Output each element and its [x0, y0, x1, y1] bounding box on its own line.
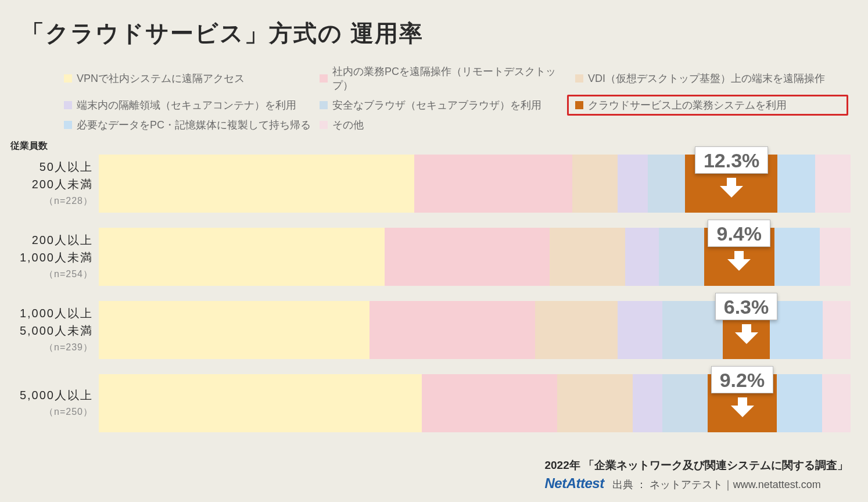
bar-segment — [557, 374, 632, 432]
value-callout: 6.3% — [715, 293, 778, 320]
value-callout: 9.4% — [708, 220, 770, 247]
bar-segment — [572, 155, 618, 213]
sample-size: （n=239） — [0, 339, 93, 356]
bar-segment — [823, 301, 851, 359]
category-label: 200人以上1,000人未満（n=254） — [0, 228, 99, 286]
bar-segment — [422, 374, 557, 432]
bar-segment — [99, 155, 414, 213]
legend-item: VPNで社内システムに遠隔アクセス — [64, 64, 320, 92]
bar-segment — [385, 228, 550, 286]
bar-segment — [662, 301, 723, 359]
bar-segment — [99, 374, 422, 432]
legend-item: その他 — [320, 118, 575, 132]
sample-size: （n=228） — [0, 193, 93, 210]
legend-swatch — [64, 74, 72, 83]
bar-segment — [414, 155, 572, 213]
bar-segment — [774, 228, 820, 286]
bar-segment — [550, 228, 625, 286]
source-credit: 出典 ： ネットアテスト｜www.netattest.com — [612, 478, 821, 492]
arrow-down-icon — [731, 397, 754, 417]
legend-label: VDI（仮想デスクトップ基盤）上の端末を遠隔操作 — [588, 71, 825, 85]
category-label: 50人以上200人未満（n=228） — [0, 155, 99, 213]
legend-swatch — [64, 121, 72, 129]
stacked-bar-chart: 50人以上200人未満（n=228）12.3%200人以上1,000人未満（n=… — [0, 155, 868, 432]
bar-segment — [770, 301, 823, 359]
bar-segment — [822, 374, 851, 432]
legend-label: 必要なデータをPC・記憶媒体に複製して持ち帰る — [77, 118, 311, 132]
footer: 2022年 「企業ネットワーク及び関連システムに関する調査」 NetAttest… — [544, 458, 848, 492]
bar-row: 50人以上200人未満（n=228）12.3% — [0, 155, 868, 213]
bar-segment — [99, 228, 385, 286]
bar-row: 1,000人以上5,000人未満（n=239）6.3% — [0, 301, 868, 359]
legend-label: クラウドサービス上の業務システムを利用 — [588, 98, 787, 112]
legend-label: VPNで社内システムに遠隔アクセス — [77, 71, 245, 85]
category-label: 1,000人以上5,000人未満（n=239） — [0, 301, 99, 359]
bar-segment — [99, 301, 370, 359]
legend-item: クラウドサービス上の業務システムを利用 — [575, 98, 831, 112]
bar-segment — [659, 228, 704, 286]
arrow-down-icon — [735, 324, 758, 344]
legend-swatch — [320, 74, 328, 83]
bar-segment — [625, 228, 659, 286]
legend-item: 安全なブラウザ（セキュアブラウザ）を利用 — [320, 98, 575, 112]
bar-segment — [815, 155, 851, 213]
bar-row: 5,000人以上（n=250）9.2% — [0, 374, 868, 432]
legend-item: 社内の業務PCを遠隔操作（リモートデスクトップ） — [320, 64, 575, 92]
value-callout: 9.2% — [711, 366, 774, 393]
legend-item: 端末内の隔離領域（セキュアコンテナ）を利用 — [64, 98, 320, 112]
legend-swatch — [320, 101, 328, 109]
sample-size: （n=250） — [0, 404, 93, 421]
bar-segment — [820, 228, 851, 286]
category-label: 5,000人以上（n=250） — [0, 374, 99, 432]
arrow-down-icon — [720, 178, 743, 198]
bar-segment — [618, 155, 648, 213]
chart-title: 「クラウドサービス」方式の 運用率 — [0, 0, 868, 49]
bar-segment — [535, 301, 618, 359]
bar-segment — [648, 155, 686, 213]
legend-label: その他 — [332, 118, 364, 132]
bar-segment — [777, 155, 815, 213]
legend-swatch — [575, 101, 583, 109]
bar-segment — [633, 374, 663, 432]
bar-segment — [777, 374, 822, 432]
legend-swatch — [320, 121, 328, 129]
legend-item: VDI（仮想デスクトップ基盤）上の端末を遠隔操作 — [575, 64, 831, 92]
bar-segment — [662, 374, 708, 432]
bar-row: 200人以上1,000人未満（n=254）9.4% — [0, 228, 868, 286]
legend-swatch — [575, 74, 583, 83]
legend-label: 安全なブラウザ（セキュアブラウザ）を利用 — [332, 98, 541, 112]
legend-label: 端末内の隔離領域（セキュアコンテナ）を利用 — [77, 98, 296, 112]
brand-logo: NetAttest — [544, 475, 604, 492]
legend-item: 必要なデータをPC・記憶媒体に複製して持ち帰る — [64, 118, 320, 132]
survey-name: 2022年 「企業ネットワーク及び関連システムに関する調査」 — [544, 458, 848, 473]
legend: VPNで社内システムに遠隔アクセス社内の業務PCを遠隔操作（リモートデスクトップ… — [64, 64, 868, 132]
arrow-down-icon — [727, 251, 751, 271]
legend-swatch — [64, 101, 72, 109]
bar-segment — [370, 301, 535, 359]
legend-label: 社内の業務PCを遠隔操作（リモートデスクトップ） — [332, 64, 575, 92]
value-callout: 12.3% — [695, 146, 768, 174]
bar-segment — [618, 301, 663, 359]
sample-size: （n=254） — [0, 266, 93, 283]
